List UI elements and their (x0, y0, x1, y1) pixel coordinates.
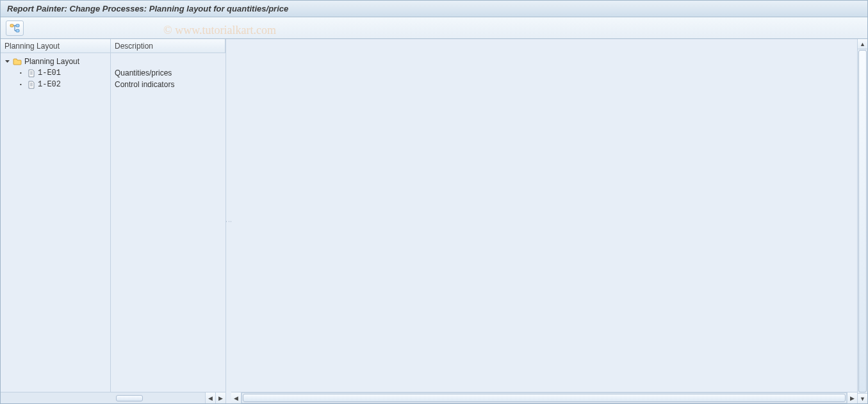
tree-column-description: Quantities/prices Control indicators (111, 53, 225, 392)
tree-header-layout-label: Planning Layout (4, 42, 60, 51)
document-icon (28, 81, 35, 89)
tree-body: Planning Layout • 1-E01 (1, 53, 225, 392)
svg-rect-0 (10, 24, 13, 27)
page-title: Report Painter: Change Processes: Planni… (7, 4, 288, 13)
bullet-icon: • (20, 83, 24, 86)
scrollbar-thumb[interactable] (116, 395, 143, 401)
scrollbar-thumb[interactable] (858, 50, 867, 392)
bullet-icon: • (20, 71, 24, 75)
tree-item-description[interactable]: Control indicators (111, 79, 225, 90)
main-area: Planning Layout Description (1, 39, 867, 403)
svg-rect-1 (16, 24, 19, 27)
toolbar (1, 17, 867, 39)
chevron-right-icon: ▶ (218, 395, 223, 401)
chevron-up-icon: ▲ (860, 41, 865, 47)
chevron-right-icon: ▶ (850, 395, 855, 401)
chevron-left-icon: ◀ (208, 395, 213, 401)
folder-open-icon (13, 58, 22, 65)
svg-rect-2 (16, 29, 19, 32)
scrollbar-track[interactable] (242, 392, 847, 403)
scroll-right-button[interactable]: ▶ (215, 392, 225, 403)
scroll-left-button[interactable]: ◀ (231, 392, 242, 403)
tree-root-label: Planning Layout (24, 57, 79, 66)
tree-header-row: Planning Layout Description (1, 39, 225, 53)
scroll-left-button[interactable]: ◀ (205, 392, 215, 403)
tree-header-description-label: Description (115, 42, 153, 51)
tree-column-layout: Planning Layout • 1-E01 (1, 53, 111, 392)
tree-root[interactable]: Planning Layout (1, 56, 110, 67)
scrollbar-thumb[interactable] (243, 394, 846, 402)
tree-panel: Planning Layout Description (1, 39, 226, 403)
structure-button[interactable] (6, 20, 24, 36)
tree-horizontal-scrollbar[interactable]: ◀ ▶ (1, 392, 225, 403)
scrollbar-track[interactable] (1, 392, 205, 403)
scroll-down-button[interactable]: ▼ (858, 393, 867, 403)
chevron-left-icon: ◀ (234, 395, 238, 401)
tree-item[interactable]: • 1-E01 (1, 67, 110, 79)
scroll-right-button[interactable]: ▶ (847, 392, 857, 403)
content-vertical-scrollbar[interactable]: ▲ ▼ (857, 39, 867, 403)
content-area (231, 39, 857, 392)
document-icon (28, 69, 35, 77)
content-panel: ◀ ▶ (231, 39, 857, 403)
title-bar: Report Painter: Change Processes: Planni… (1, 1, 867, 17)
tree-header-description[interactable]: Description (111, 39, 225, 53)
tree-item-code: 1-E01 (38, 69, 61, 77)
tree-header-layout[interactable]: Planning Layout (1, 39, 111, 53)
hierarchy-icon (10, 24, 20, 33)
scrollbar-track[interactable] (858, 49, 867, 393)
content-horizontal-scrollbar[interactable]: ◀ ▶ (231, 392, 857, 403)
tree-item[interactable]: • 1-E02 (1, 79, 110, 90)
chevron-down-icon: ▼ (860, 396, 865, 402)
tree-item-description[interactable]: Quantities/prices (111, 67, 225, 79)
content-wrap: ◀ ▶ ▲ ▼ (231, 39, 867, 403)
scroll-up-button[interactable]: ▲ (858, 39, 867, 49)
expand-arrow-icon[interactable] (4, 59, 10, 65)
splitter-handle[interactable]: ⋮ (226, 39, 231, 403)
tree-item-code: 1-E02 (38, 80, 61, 89)
tree-root-description (111, 56, 225, 67)
app-window: Report Painter: Change Processes: Planni… (0, 0, 868, 404)
